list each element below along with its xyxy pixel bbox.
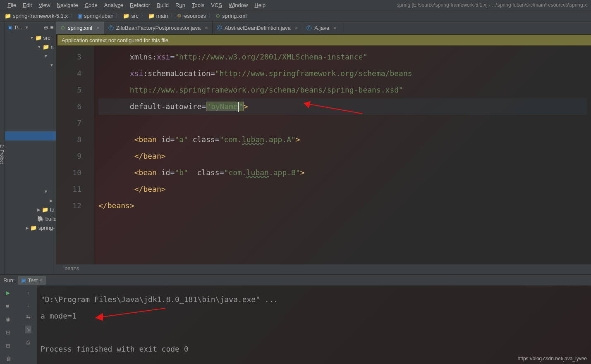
close-icon[interactable]: × [39,277,43,283]
tab-abd[interactable]: Ⓒ AbstractBeanDefinition.java × [213,21,302,34]
menu-tools[interactable]: Tools [189,2,208,8]
svg-marker-3 [96,314,103,320]
project-tree[interactable]: ▼📁 src ▼📁 n ▼ ▼ ▼ ▶ ▶📁 tc 🐘 build ▶📁 spr… [5,33,56,232]
console-line: Process finished with exit code 0 [41,341,588,357]
tab-label: A.java [314,25,329,31]
menu-view[interactable]: View [35,2,53,8]
run-config-name: Test [28,277,38,283]
tree-node-build[interactable]: 🐘 build [5,214,56,223]
project-view-label[interactable]: P... [15,24,22,31]
run-trash-icon[interactable]: 🗑 [6,356,13,363]
notification-text: Application context not configured for t… [62,37,168,43]
down-arrow-icon[interactable]: ↓ [27,302,30,308]
tab-label: spring.xml [68,25,92,31]
breadcrumb: 📁spring-framework-5.1.x 〉 ▣spring-luban … [0,10,591,21]
tree-node-main[interactable]: ▼📁 n [5,42,56,51]
tree-node-sub[interactable]: ▼ [5,51,56,60]
folder-icon: 📁 [42,207,48,213]
scroll-icon[interactable]: ⇲ [25,326,31,333]
crumb-sep: 〉 [140,12,147,19]
run-camera-icon[interactable]: ◉ [6,316,13,324]
crumb-src[interactable]: 📁src [122,13,139,19]
tab-label: ZiluBeanFactoryPostprocessor.java [116,25,201,31]
collapse-icon[interactable]: ≡ [50,24,53,31]
run-panel: Run: ▣ Test × ▶ ■ ◉ ⊟ ⊟ 🗑 ↑ ↓ ⇆ ⇲ ⎙ "D:\… [0,274,591,364]
tree-node-spring[interactable]: ▶📁 spring- [5,223,56,232]
line-number: 5 [56,82,81,98]
crumb-resources[interactable]: ⧈resources [176,12,207,19]
crumb-project[interactable]: 📁spring-framework-5.1.x [3,13,69,19]
project-panel-header: ▣ P... ▼ ⊕ ≡ [5,21,56,33]
tab-spring-xml[interactable]: ⚙ spring.xml × [56,21,104,34]
menu-window[interactable]: Window [225,2,251,8]
java-class-icon: Ⓒ [108,24,114,32]
run-stop-icon[interactable]: ■ [6,303,13,310]
run-config-tab[interactable]: ▣ Test × [18,276,45,285]
folder-icon: 📁 [5,13,11,19]
java-class-icon: Ⓒ [306,24,312,32]
left-tool-strip[interactable]: 1: Project [0,21,5,274]
code-content[interactable]: xmlns:xsi="http://www.w3.org/2001/XMLSch… [94,45,591,264]
folder-icon: 📁 [148,13,155,19]
svg-marker-1 [304,102,310,107]
folder-icon: 📁 [30,225,37,231]
close-icon[interactable]: × [205,25,208,31]
tree-node-src[interactable]: ▼📁 src [5,33,56,42]
notification-bar[interactable]: Application context not configured for t… [57,35,591,45]
run-layout-icon[interactable]: ⊟ [6,329,13,337]
dropdown-icon[interactable]: ▼ [25,25,29,30]
menu-help[interactable]: Help [251,2,269,8]
menu-run[interactable]: Run [172,2,189,8]
up-arrow-icon[interactable]: ↑ [27,290,30,296]
crumb-module[interactable]: ▣spring-luban [76,13,115,19]
wrap-icon[interactable]: ⇆ [26,314,31,320]
resources-icon: ⧈ [177,12,181,19]
crumb-main[interactable]: 📁main [147,13,169,19]
line-number: 9 [56,148,81,164]
editor-region: ⚙ spring.xml × Ⓒ ZiluBeanFactoryPostproc… [56,21,591,274]
folder-icon: 📁 [123,13,129,19]
editor-body[interactable]: 3 4 5 6 7 8 9 10 11 12 xmlns:xsi="http:/… [56,45,591,264]
tree-node-sub2[interactable]: ▼ [5,60,56,69]
svg-line-2 [96,308,165,318]
project-tool-label[interactable]: 1: Project [0,145,5,164]
run-play-icon[interactable]: ▶ [6,290,13,297]
tree-node-expand[interactable]: ▶ [5,196,56,205]
line-number: 8 [56,131,81,148]
run-panel-header: Run: ▣ Test × [0,275,591,285]
tree-node-hidden[interactable]: ▼ [5,187,56,196]
menu-navigate[interactable]: Navigate [53,2,81,8]
annotation-arrow-icon [300,99,366,116]
main-area: 1: Project ▣ P... ▼ ⊕ ≡ ▼📁 src ▼📁 n ▼ ▼ … [0,21,591,274]
xml-file-icon: ⚙ [215,13,220,19]
run-console[interactable]: "D:\Program Files\Java\jdk1.8.0_181\bin\… [37,285,591,364]
menu-file[interactable]: FFileile [4,2,19,8]
xml-file-icon: ⚙ [60,25,65,31]
tree-node-selected[interactable] [5,131,56,140]
tab-a[interactable]: Ⓒ A.java × [302,21,341,34]
menu-edit[interactable]: Edit [19,2,35,8]
menu-analyze[interactable]: Analyze [101,2,127,8]
run-pin-icon[interactable]: ⊟ [6,343,13,350]
menu-vcs[interactable]: VCS [208,2,225,8]
target-icon[interactable]: ⊕ [44,24,48,31]
close-icon[interactable]: × [96,25,100,31]
tab-zilu[interactable]: Ⓒ ZiluBeanFactoryPostprocessor.java × [104,21,213,34]
menu-build[interactable]: Build [153,2,172,8]
tree-node-tc[interactable]: ▶📁 tc [5,205,56,214]
print-icon[interactable]: ⎙ [26,339,30,345]
watermark: https://blog.csdn.net/java_lyvee [518,356,587,362]
menu-code[interactable]: Code [81,2,101,8]
crumb-file[interactable]: ⚙spring.xml [214,13,248,19]
line-number: 7 [56,115,81,131]
code-breadcrumb[interactable]: beans [56,264,591,274]
menu-refactor[interactable]: Refactor [127,2,153,8]
file-tabs: ⚙ spring.xml × Ⓒ ZiluBeanFactoryPostproc… [56,21,591,35]
close-icon[interactable]: × [333,25,337,31]
close-icon[interactable]: × [295,25,298,31]
annotation-arrow-icon [91,306,170,323]
run-tool-column-nav: ↑ ↓ ⇆ ⇲ ⎙ [19,285,37,364]
project-icon: ▣ [7,24,12,31]
run-body: ▶ ■ ◉ ⊟ ⊟ 🗑 ↑ ↓ ⇆ ⇲ ⎙ "D:\Program Files\… [0,285,591,364]
line-number: 11 [56,181,81,197]
